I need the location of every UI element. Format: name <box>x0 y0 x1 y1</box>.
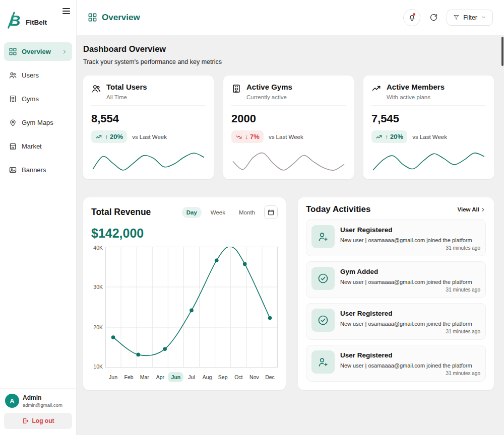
compare-label: vs Last Week <box>269 134 303 140</box>
sidebar-item-overview[interactable]: Overview <box>4 42 72 61</box>
profile-email: admin@gmail.com <box>23 402 62 408</box>
activity-icon-box <box>311 350 335 374</box>
bottom-row: Total Revenue Day Week Month $142,000 <box>83 197 494 390</box>
stat-subtitle: With active plans <box>387 94 445 100</box>
users-icon <box>9 71 17 80</box>
profile-name: Admin <box>23 394 62 401</box>
activity-item[interactable]: User Registered New user | osamaaaa@gmai… <box>306 220 486 256</box>
x-tick: Dec <box>262 372 278 382</box>
activity-body: User Registered New user | osamaaaa@gmai… <box>340 309 480 334</box>
x-tick-highlighted: Jun <box>168 372 183 382</box>
sidebar-item-users[interactable]: Users <box>4 66 72 85</box>
x-tick: Mar <box>137 372 152 382</box>
x-tick: Aug <box>200 372 215 382</box>
check-circle-icon <box>317 314 329 326</box>
chevron-down-icon <box>481 15 486 20</box>
scrollbar-thumb[interactable] <box>501 37 503 66</box>
calendar-button[interactable] <box>264 205 278 219</box>
toggle-week[interactable]: Week <box>206 207 230 218</box>
sidebar-item-banners[interactable]: Banners <box>4 161 72 179</box>
building-icon <box>9 95 17 103</box>
activity-icon-box <box>311 309 335 332</box>
sidebar-item-gym-maps[interactable]: Gym Maps <box>4 113 72 132</box>
stat-cards-row: Total Users All Time 8,554 ↑ 20% vs Last… <box>83 76 494 179</box>
topbar-title-text: Overview <box>102 13 140 23</box>
sidebar-item-label: Gym Maps <box>22 119 53 126</box>
notification-dot <box>413 13 415 16</box>
sidebar-footer: A Admin admin@gmail.com Log out <box>0 388 76 435</box>
image-icon <box>9 166 17 174</box>
app-root: B FitBelt Overview Users Gyms Gym Maps <box>0 0 504 435</box>
calendar-icon <box>267 208 275 216</box>
dashboard-content: Dashboard Overview Track your system's p… <box>77 35 504 435</box>
users-icon <box>91 84 101 94</box>
hamburger-menu-icon[interactable] <box>62 8 70 14</box>
app-name: FitBelt <box>26 19 47 31</box>
change-badge: ↑ 20% <box>371 130 407 143</box>
activity-item[interactable]: Gym Added New user | osamaaaa@gmail.com … <box>306 261 486 298</box>
revenue-chart: 40K 30K 20K 10K <box>91 247 278 368</box>
sidebar-item-label: Overview <box>22 48 51 55</box>
x-tick: Nov <box>246 372 262 382</box>
page-subtitle: Track your system's performance and key … <box>83 58 494 65</box>
revenue-range-toggles: Day Week Month <box>182 205 278 219</box>
logout-label: Log out <box>32 417 54 424</box>
x-axis-labels: Jun Feb Mar Apr Jun Jul Aug Sep Oct Nov … <box>105 372 278 382</box>
store-icon <box>9 142 17 151</box>
avatar: A <box>5 394 19 408</box>
activity-body: Gym Added New user | osamaaaa@gmail.com … <box>340 267 480 293</box>
page-title: Dashboard Overview <box>83 44 494 54</box>
activity-time: 31 minutes ago <box>446 329 480 334</box>
total-revenue-card: Total Revenue Day Week Month $142,000 <box>83 197 286 390</box>
x-tick: Sep <box>215 372 231 382</box>
filter-button[interactable]: Filter <box>447 10 493 26</box>
total-users-sparkline <box>91 149 206 173</box>
trend-up-icon <box>95 133 102 140</box>
activity-body: User Registered New user | osamaaaa@gmai… <box>340 225 480 251</box>
logo: B FitBelt <box>0 0 76 35</box>
chevron-right-icon <box>61 49 68 55</box>
grid-icon <box>88 13 97 22</box>
sidebar-item-market[interactable]: Market <box>4 137 72 156</box>
stat-card-active-gyms: Active Gyms Currently active 2000 ↓ 7% v… <box>223 76 354 179</box>
stat-card-header: Active Members With active plans <box>371 83 486 106</box>
x-tick: Feb <box>121 372 137 382</box>
refresh-button[interactable] <box>427 12 439 24</box>
stat-subtitle: Currently active <box>246 94 292 100</box>
logout-button[interactable]: Log out <box>4 413 72 429</box>
activity-time: 31 minutes ago <box>446 371 480 376</box>
x-tick: Apr <box>152 372 168 382</box>
funnel-icon <box>453 14 460 21</box>
activity-item[interactable]: User Registered New user | osamaaaa@gmai… <box>306 303 486 340</box>
activity-title: User Registered <box>340 226 480 234</box>
main: Overview Filter Dashboard <box>77 0 504 435</box>
activities-title: Today Activities <box>306 204 370 214</box>
activity-title: Gym Added <box>340 268 480 275</box>
x-tick: Oct <box>231 372 246 382</box>
notifications-button[interactable] <box>403 9 420 26</box>
stat-title: Active Gyms <box>246 83 292 91</box>
page-header-title: Overview <box>88 13 140 23</box>
building-icon <box>231 84 241 94</box>
map-pin-icon <box>9 118 17 127</box>
sidebar-item-label: Market <box>22 142 42 150</box>
sidebar-item-gyms[interactable]: Gyms <box>4 90 72 108</box>
check-circle-icon <box>317 272 329 284</box>
x-tick: Jun <box>105 372 121 382</box>
toggle-month[interactable]: Month <box>234 207 260 218</box>
toggle-day[interactable]: Day <box>182 207 202 218</box>
x-tick: Jul <box>183 372 199 382</box>
stat-value: 8,554 <box>91 112 206 125</box>
sidebar-item-label: Banners <box>22 166 46 174</box>
activity-item[interactable]: User Registered New user | osamaaaa@gmai… <box>306 345 486 382</box>
activity-icon-box <box>311 267 335 290</box>
y-axis-labels: 40K 30K 20K 10K <box>91 247 105 368</box>
revenue-header: Total Revenue Day Week Month <box>91 205 278 219</box>
view-all-button[interactable]: View All <box>458 206 486 212</box>
sidebar: B FitBelt Overview Users Gyms Gym Maps <box>0 0 77 435</box>
profile: A Admin admin@gmail.com <box>4 394 72 408</box>
change-badge: ↑ 20% <box>91 130 127 143</box>
stat-title: Active Members <box>387 83 445 91</box>
active-members-sparkline <box>371 149 486 173</box>
compare-label: vs Last Week <box>132 134 167 140</box>
